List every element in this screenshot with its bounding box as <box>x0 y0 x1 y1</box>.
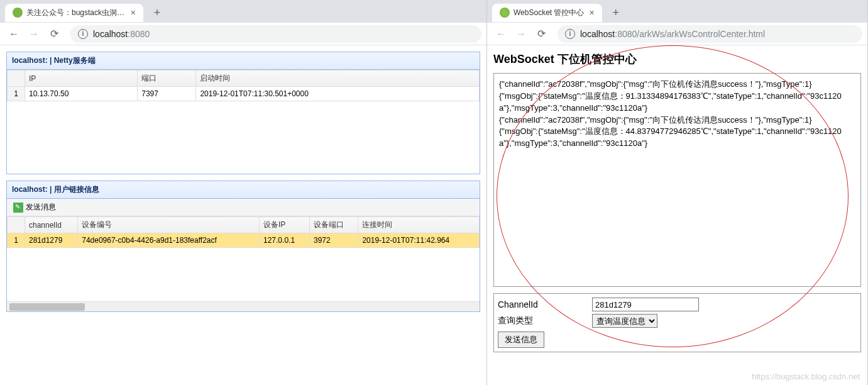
favicon-icon <box>500 8 510 18</box>
browser-tab[interactable]: WebSocket 管控中心 × <box>492 4 602 22</box>
toolbar: 发送消息 <box>7 199 480 216</box>
panel-header: localhost: | Netty服务端 <box>7 52 480 70</box>
cell-device-ip: 127.0.0.1 <box>260 233 310 248</box>
cell-port: 7397 <box>138 87 196 101</box>
panel-body: channelId 设备编号 设备IP 设备端口 连接时间 1 281d1279… <box>7 216 480 301</box>
cell-device-port: 3972 <box>310 233 358 248</box>
log-line: {"channelId":"ac72038f","msgObj":{"msg":… <box>499 79 855 91</box>
cell-conn-time: 2019-12-01T07:11:42.964 <box>358 233 480 248</box>
cell-device-no: 74de0967-c0b4-4426-a9d1-183feaff2acf <box>78 233 260 248</box>
close-icon[interactable]: × <box>589 8 594 18</box>
message-log: {"channelId":"ac72038f","msgObj":{"msg":… <box>493 73 861 287</box>
close-icon[interactable]: × <box>131 8 136 18</box>
log-line: {"msgObj":{"stateMsg":"温度信息：91.313348941… <box>499 91 855 114</box>
query-type-select[interactable]: 查询温度信息 <box>592 314 657 328</box>
table-row[interactable]: 1 281d1279 74de0967-c0b4-4426-a9d1-183fe… <box>8 233 480 248</box>
browser-window-left: 关注公众号：bugstack虫洞栈 | × + ← → ⟳ i localhos… <box>0 0 487 385</box>
toolbar-label: 发送消息 <box>26 202 56 213</box>
nav-bar: ← → ⟳ i localhost:8080 <box>0 23 486 45</box>
horizontal-scrollbar[interactable] <box>7 301 480 311</box>
user-link-table: channelId 设备编号 设备IP 设备端口 连接时间 1 281d1279… <box>7 216 480 248</box>
forward-button[interactable]: → <box>25 25 43 43</box>
tab-title: WebSocket 管控中心 <box>514 8 584 18</box>
col-idx[interactable] <box>8 217 25 233</box>
channel-id-label: ChannelId <box>498 299 592 310</box>
tab-title: 关注公众号：bugstack虫洞栈 | <box>26 8 126 18</box>
cell-idx: 1 <box>8 87 25 101</box>
col-device-port[interactable]: 设备端口 <box>310 217 358 233</box>
reload-button[interactable]: ⟳ <box>45 25 63 43</box>
address-bar[interactable]: i localhost:8080 <box>70 25 481 43</box>
col-idx[interactable] <box>8 70 25 87</box>
col-channel-id[interactable]: channelId <box>25 217 78 233</box>
col-port[interactable]: 端口 <box>138 70 196 87</box>
send-button[interactable]: 发送信息 <box>498 332 544 348</box>
send-message-button[interactable]: 发送消息 <box>9 200 60 215</box>
page-content-right: WebSocket 下位机管控中心 {"channelId":"ac72038f… <box>487 45 867 385</box>
browser-tab[interactable]: 关注公众号：bugstack虫洞栈 | × <box>5 4 143 22</box>
log-line: {"msgObj":{"stateMsg":"温度信息：44.837947729… <box>499 126 855 150</box>
forward-button[interactable]: → <box>512 25 530 43</box>
scrollbar-thumb[interactable] <box>9 303 85 311</box>
back-button[interactable]: ← <box>492 25 510 43</box>
page-content-left: localhost: | Netty服务端 IP 端口 启动时间 1 <box>0 45 486 385</box>
browser-window-right: WebSocket 管控中心 × + ← → ⟳ i localhost:808… <box>487 0 868 385</box>
panel-netty-server: localhost: | Netty服务端 IP 端口 启动时间 1 <box>6 52 480 174</box>
col-device-ip[interactable]: 设备IP <box>260 217 310 233</box>
tab-bar: WebSocket 管控中心 × + <box>487 0 867 23</box>
cell-channel-id: 281d1279 <box>25 233 78 248</box>
watermark-text: https://bugstack.blog.csdn.net <box>752 372 860 381</box>
back-button[interactable]: ← <box>5 25 23 43</box>
page-title: WebSocket 下位机管控中心 <box>493 52 861 67</box>
url-text: localhost:8080/arkWs/arkWsControlCenter.… <box>580 29 765 39</box>
col-start-time[interactable]: 启动时间 <box>196 70 480 87</box>
panel-body: IP 端口 启动时间 1 10.13.70.50 7397 2019-12-01… <box>7 70 480 174</box>
address-bar[interactable]: i localhost:8080/arkWs/arkWsControlCente… <box>558 25 862 43</box>
info-icon[interactable]: i <box>565 29 575 39</box>
col-ip[interactable]: IP <box>25 70 138 87</box>
info-icon[interactable]: i <box>78 29 88 39</box>
edit-icon <box>13 203 23 213</box>
reload-button[interactable]: ⟳ <box>532 25 550 43</box>
panel-header: localhost: | 用户链接信息 <box>7 181 480 199</box>
query-type-label: 查询类型 <box>498 315 592 326</box>
col-conn-time[interactable]: 连接时间 <box>358 217 480 233</box>
table-row[interactable]: 1 10.13.70.50 7397 2019-12-01T07:11:30.5… <box>8 87 480 101</box>
server-table: IP 端口 启动时间 1 10.13.70.50 7397 2019-12-01… <box>7 70 480 101</box>
cell-time: 2019-12-01T07:11:30.501+0000 <box>196 87 480 101</box>
new-tab-button[interactable]: + <box>148 4 166 21</box>
cell-idx: 1 <box>8 233 25 248</box>
url-text: localhost:8080 <box>93 29 150 39</box>
col-device-no[interactable]: 设备编号 <box>78 217 260 233</box>
tab-bar: 关注公众号：bugstack虫洞栈 | × + <box>0 0 486 23</box>
cell-ip: 10.13.70.50 <box>25 87 138 101</box>
panel-user-links: localhost: | 用户链接信息 发送消息 channelId 设备编号 … <box>6 181 480 312</box>
query-form: ChannelId 查询类型 查询温度信息 发送信息 <box>493 293 861 352</box>
nav-bar: ← → ⟳ i localhost:8080/arkWs/arkWsContro… <box>487 23 867 45</box>
favicon-icon <box>13 8 23 18</box>
log-line: {"channelId":"ac72038f","msgObj":{"msg":… <box>499 114 855 126</box>
channel-id-input[interactable] <box>592 298 699 311</box>
new-tab-button[interactable]: + <box>607 4 625 21</box>
